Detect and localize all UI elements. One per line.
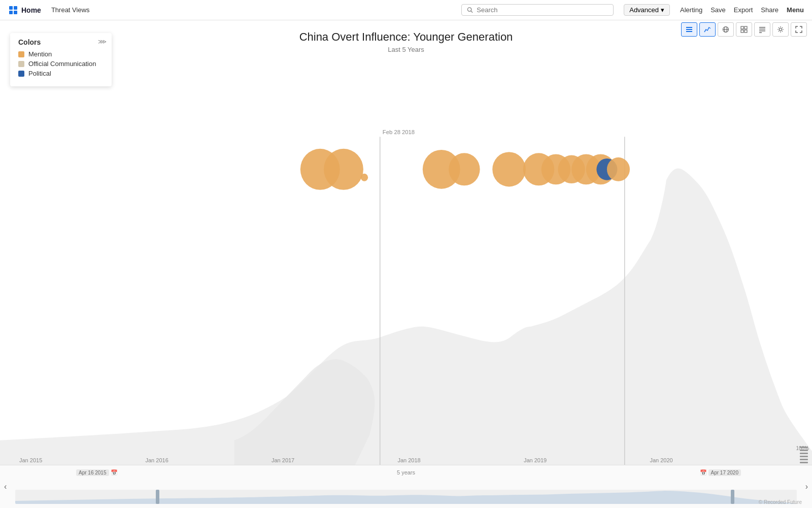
bubble-2-2[interactable] <box>449 153 480 185</box>
zoom-mark-2 <box>800 450 808 451</box>
bubble-1-3[interactable] <box>361 174 368 181</box>
home-label: Home <box>21 6 41 14</box>
svg-line-5 <box>471 11 472 12</box>
area-chart-fill <box>0 168 812 467</box>
start-date-marker: Apr 16 2015 📅 <box>76 469 118 476</box>
save-link[interactable]: Save <box>710 6 726 14</box>
home-link[interactable]: Home <box>8 5 41 15</box>
range-label-text: 5 years <box>397 469 415 475</box>
range-label: 5 years <box>397 469 415 475</box>
x-label-2017: Jan 2017 <box>272 457 294 463</box>
chart-svg-container: Feb 28 2018 <box>0 61 812 467</box>
svg-rect-0 <box>9 6 13 10</box>
navbar: Home Threat Views Advanced ▾ Alerting Sa… <box>0 0 812 20</box>
copyright: © Recorded Future <box>759 499 802 505</box>
main-chart-svg: Feb 28 2018 <box>0 61 812 467</box>
svg-rect-3 <box>14 11 17 14</box>
alerting-link[interactable]: Alerting <box>680 6 702 14</box>
svg-rect-1 <box>14 6 17 10</box>
end-date-marker: 📅 Apr 17 2020 <box>700 469 741 476</box>
zoom-mark-6 <box>800 462 808 463</box>
scrubber-left-button[interactable]: ‹ <box>4 482 7 491</box>
start-date-label: Apr 16 2015 <box>76 469 109 476</box>
calendar-start-icon: 📅 <box>111 469 118 476</box>
svg-rect-2 <box>9 11 13 14</box>
bubble-3-1[interactable] <box>492 152 526 186</box>
scrubber-date-row: Apr 16 2015 📅 5 years 📅 Apr 17 2020 <box>0 465 812 468</box>
date-label: Feb 28 2018 <box>383 129 415 135</box>
x-label-2019: Jan 2019 <box>524 457 547 463</box>
timeline-scrubber: ‹ › Apr 16 2015 📅 5 years 📅 Apr 17 2020 <box>0 465 812 508</box>
x-label-2015: Jan 2015 <box>19 457 42 463</box>
x-axis-labels: Jan 2015 Jan 2016 Jan 2017 Jan 2018 Jan … <box>0 457 797 463</box>
search-input[interactable] <box>477 6 608 14</box>
logo-icon <box>8 5 18 15</box>
scrubber-left-handle[interactable] <box>156 490 159 504</box>
share-link[interactable]: Share <box>761 6 779 14</box>
chart-area: China Overt Influence: Younger Generatio… <box>0 20 812 508</box>
search-bar <box>461 4 614 16</box>
advanced-label: Advanced <box>629 6 659 14</box>
scrubber-right-button[interactable]: › <box>805 482 808 491</box>
area-bump-1 <box>234 359 375 467</box>
export-link[interactable]: Export <box>734 6 753 14</box>
advanced-chevron-icon: ▾ <box>661 6 664 14</box>
zoom-slider[interactable] <box>800 447 808 463</box>
x-label-2018: Jan 2018 <box>397 457 420 463</box>
bubble-1-2[interactable] <box>324 149 363 190</box>
svg-point-4 <box>468 7 471 11</box>
zoom-mark-5 <box>800 459 808 460</box>
menu-button[interactable]: Menu <box>787 6 804 14</box>
zoom-mark-3 <box>800 453 808 454</box>
threat-views-link[interactable]: Threat Views <box>51 6 90 14</box>
chart-title: China Overt Influence: Younger Generatio… <box>0 30 812 44</box>
x-label-2016: Jan 2016 <box>145 457 168 463</box>
scrubber-mini-chart <box>15 490 797 504</box>
end-date-label: Apr 17 2020 <box>708 469 741 476</box>
x-label-2020: Jan 2020 <box>650 457 672 463</box>
chart-subtitle: Last 5 Years <box>0 46 812 53</box>
bubble-4-6[interactable] <box>607 157 630 181</box>
advanced-button[interactable]: Advanced ▾ <box>624 4 670 16</box>
calendar-end-icon: 📅 <box>700 469 707 476</box>
scrubber-right-handle[interactable] <box>731 490 734 504</box>
zoom-mark-4 <box>800 456 808 457</box>
chart-title-area: China Overt Influence: Younger Generatio… <box>0 20 812 53</box>
nav-right: Alerting Save Export Share Menu <box>680 6 804 14</box>
zoom-mark-1 <box>800 447 808 448</box>
scrubber-track[interactable] <box>15 490 797 504</box>
search-icon <box>467 7 473 14</box>
